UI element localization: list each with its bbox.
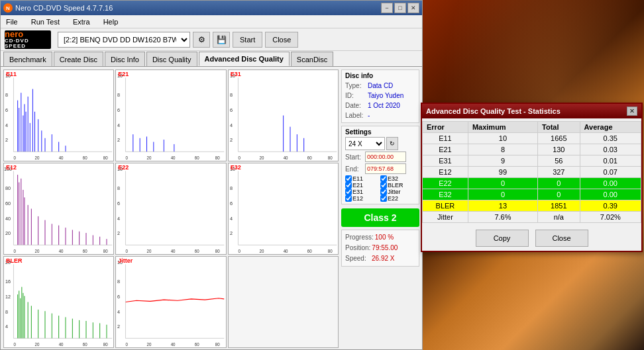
svg-text:40: 40 (5, 215, 11, 221)
svg-text:4: 4 (117, 122, 121, 128)
stats-title-bar: Advanced Disc Quality Test - Statistics … (422, 104, 641, 118)
svg-text:60: 60 (307, 155, 311, 159)
id-label: ID: (345, 91, 366, 101)
svg-text:4: 4 (117, 308, 121, 314)
svg-text:20: 20 (147, 341, 152, 346)
svg-text:80: 80 (215, 155, 220, 159)
col-error: Error (423, 122, 468, 133)
start-input[interactable] (365, 152, 406, 162)
tab-disc-quality[interactable]: Disc Quality (146, 52, 197, 66)
table-row: E31 9 56 0.01 (423, 155, 641, 167)
table-row: E21 8 130 0.03 (423, 144, 641, 155)
svg-text:2: 2 (5, 137, 8, 143)
tab-create-disc[interactable]: Create Disc (54, 52, 103, 66)
table-row-jitter: Jitter 7.6% n/a 7.02% (423, 212, 641, 223)
cb-e21[interactable]: E21 (345, 182, 380, 189)
tab-scan-disc[interactable]: ScanDisc (291, 52, 333, 66)
type-label: Type: (345, 81, 366, 91)
cb-bler[interactable]: BLER (380, 182, 415, 189)
start-label: Start: (345, 153, 364, 161)
cb-jitter[interactable]: Jitter (380, 189, 415, 195)
chart-e21-label: E21 (118, 71, 129, 77)
svg-text:20: 20 (5, 230, 11, 236)
tab-disc-info[interactable]: Disc Info (105, 52, 145, 66)
svg-text:80: 80 (215, 248, 220, 253)
close-window-button[interactable]: ✕ (407, 3, 419, 13)
svg-text:40: 40 (171, 248, 176, 253)
svg-text:60: 60 (5, 200, 11, 206)
checkbox-grid: E11 E32 E21 BLER E31 Jitter E12 E22 (345, 175, 415, 202)
menu-file[interactable]: File (3, 17, 21, 26)
svg-text:60: 60 (307, 248, 311, 253)
save-button[interactable]: 💾 (213, 32, 230, 48)
svg-text:80: 80 (103, 248, 108, 253)
svg-text:16: 16 (5, 279, 11, 284)
tab-advanced-disc-quality[interactable]: Advanced Disc Quality (199, 52, 290, 66)
type-value: Data CD (368, 81, 393, 91)
chart-e11-svg: 10 8 6 4 2 0 20 40 60 80 (4, 70, 113, 161)
chart-e32: E32 10 8 6 4 2 0 20 40 60 80 (228, 163, 339, 255)
cb-e12[interactable]: E12 (345, 195, 380, 202)
svg-text:0: 0 (238, 248, 241, 253)
svg-text:8: 8 (230, 185, 233, 191)
svg-text:80: 80 (103, 341, 108, 346)
stats-close-button[interactable]: Close (535, 230, 588, 247)
chart-e12: E12 100 80 60 40 20 0 20 40 60 80 (3, 163, 114, 255)
menu-extra[interactable]: Extra (70, 17, 93, 26)
col-total: Total (538, 122, 580, 133)
cb-e32[interactable]: E32 (380, 175, 415, 182)
stats-close-title-btn[interactable]: ✕ (627, 107, 637, 116)
menu-run-test[interactable]: Run Test (28, 17, 62, 26)
toolbar: nero CD·DVD SPEED [2:2] BENQ DVD DD DW16… (1, 28, 422, 51)
chart-e12-label: E12 (6, 164, 17, 171)
cb-e31[interactable]: E31 (345, 189, 380, 195)
start-button[interactable]: Start (233, 32, 262, 48)
end-input[interactable] (365, 163, 406, 174)
svg-text:0: 0 (238, 155, 241, 159)
app-icon: N (3, 3, 13, 13)
svg-text:6: 6 (5, 107, 8, 112)
chart-e32-label: E32 (231, 164, 241, 171)
svg-text:8: 8 (5, 308, 8, 314)
title-bar: N Nero CD-DVD Speed 4.7.7.16 − □ ✕ (1, 1, 422, 15)
tab-benchmark[interactable]: Benchmark (3, 52, 52, 66)
svg-text:40: 40 (59, 155, 64, 159)
svg-text:20: 20 (34, 248, 39, 253)
svg-text:80: 80 (327, 248, 332, 253)
svg-text:6: 6 (117, 293, 120, 299)
svg-text:0: 0 (126, 155, 129, 159)
cb-e22[interactable]: E22 (380, 195, 415, 202)
chart-jitter-label: Jitter (118, 257, 133, 264)
copy-button[interactable]: Copy (476, 230, 529, 247)
chart-e11-label: E11 (6, 71, 17, 77)
progress-box: Progress: 100 % Position: 79:55.00 Speed… (341, 230, 419, 267)
settings-button[interactable]: ⚙ (193, 32, 210, 48)
svg-text:80: 80 (327, 155, 332, 159)
minimize-button[interactable]: − (381, 3, 393, 13)
svg-text:40: 40 (171, 341, 176, 346)
speed-selector[interactable]: 24 X (345, 137, 385, 150)
svg-text:8: 8 (5, 92, 8, 98)
svg-text:60: 60 (195, 248, 199, 253)
svg-text:2: 2 (230, 137, 233, 143)
chart-bler: BLER 20 16 12 8 4 0 20 40 60 80 (3, 256, 114, 348)
menu-help[interactable]: Help (101, 17, 121, 26)
col-maximum: Maximum (468, 122, 537, 133)
progress-label: Progress: (345, 232, 374, 243)
svg-text:8: 8 (117, 279, 120, 284)
speed-refresh-button[interactable]: ↻ (386, 137, 398, 150)
table-row-e32: E32 0 0 0.00 (423, 189, 641, 200)
svg-text:6: 6 (230, 107, 233, 112)
svg-text:6: 6 (117, 107, 120, 112)
svg-text:20: 20 (147, 248, 152, 253)
drive-selector[interactable]: [2:2] BENQ DVD DD DW1620 B7W9 (58, 32, 190, 48)
maximize-button[interactable]: □ (394, 3, 406, 13)
svg-text:0: 0 (13, 155, 16, 159)
chart-e11: E11 10 8 6 4 2 0 20 40 60 80 (3, 69, 114, 161)
svg-text:80: 80 (103, 155, 108, 159)
close-button[interactable]: Close (265, 32, 298, 48)
cb-e11[interactable]: E11 (345, 175, 380, 182)
settings-title: Settings (345, 128, 415, 136)
stats-title-text: Advanced Disc Quality Test - Statistics (426, 107, 627, 115)
svg-text:60: 60 (195, 341, 199, 346)
